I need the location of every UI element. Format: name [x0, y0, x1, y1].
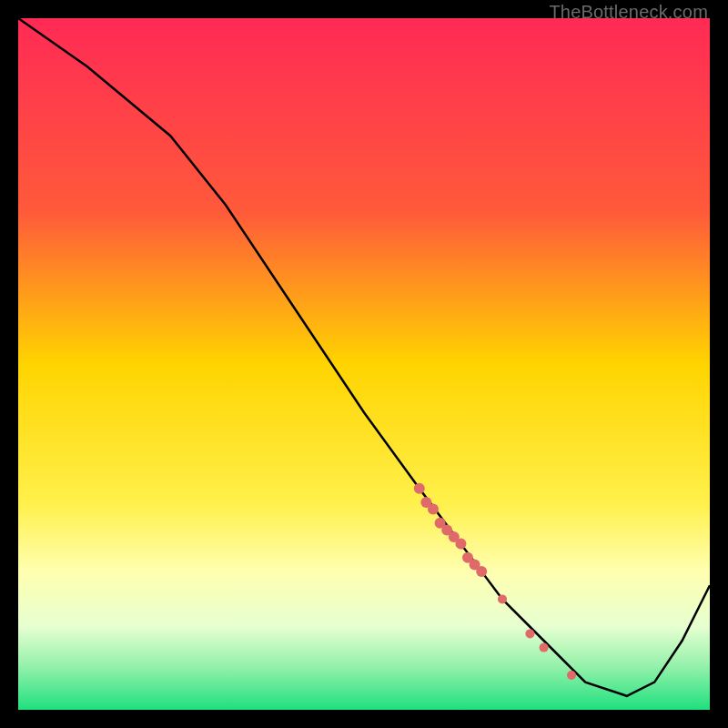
chart-background: [18, 18, 710, 710]
chart-svg: [18, 18, 710, 710]
highlight-point: [540, 643, 549, 652]
highlight-point: [428, 504, 439, 515]
highlight-point: [498, 594, 507, 603]
highlight-point: [525, 629, 534, 638]
highlight-point: [455, 539, 466, 550]
highlight-point: [567, 671, 576, 680]
highlight-point: [414, 483, 425, 494]
highlight-point: [476, 566, 487, 577]
chart-frame: [18, 18, 710, 710]
